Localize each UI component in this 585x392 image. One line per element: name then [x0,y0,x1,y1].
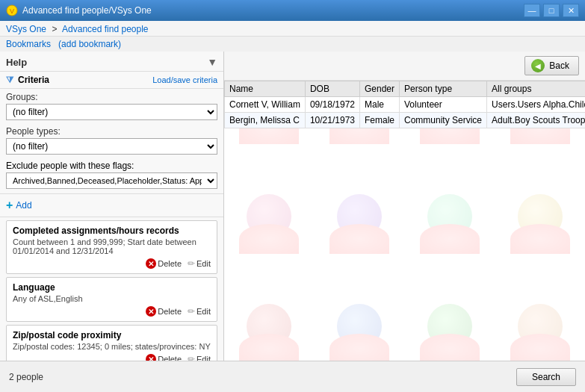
groups-filter-group: Groups: (no filter) [0,89,223,123]
app-icon: V [6,4,18,16]
delete-criteria-button-1[interactable]: ✕ Delete [146,306,182,317]
table-row[interactable]: Cornett V, William09/18/1972MaleVoluntee… [225,97,586,113]
help-label: Help [6,57,27,68]
criteria-card-title-2: Zip/postal code proximity [13,330,211,340]
add-plus-icon: + [6,199,13,212]
edit-criteria-button-1[interactable]: ✏ Edit [188,306,211,317]
delete-criteria-button-0[interactable]: ✕ Delete [146,258,182,269]
criteria-section: ⧩ Criteria Load/save criteria [0,72,223,89]
people-types-filter-group: People types: (no filter) [0,123,223,158]
table-cell-0-3: Volunteer [400,97,487,113]
exclude-filter-select[interactable]: Archived,Banned,Deceased,Placeholder,Sta… [6,172,217,189]
edit-icon-1: ✏ [188,306,195,317]
table-header-row: NameDOBGenderPerson typeAll groups [225,81,586,97]
window-controls: — □ ✕ [524,4,579,17]
add-criteria-button[interactable]: + Add [6,199,32,212]
table-header-1[interactable]: DOB [305,81,359,97]
bookmarks-bar: Bookmarks (add bookmark) [0,37,585,52]
exclude-filter-label: Exclude people with these flags: [6,161,217,171]
svg-text:V: V [10,7,14,15]
bookmarks-link[interactable]: Bookmarks [6,39,51,49]
main-area: Help ▼ ⧩ Criteria Load/save criteria Gro… [0,52,585,381]
edit-label-0: Edit [196,259,211,268]
delete-icon-1: ✕ [146,306,156,317]
maximize-button[interactable]: □ [543,4,560,17]
table-cell-0-0: Cornett V, William [225,97,306,113]
criteria-card-desc-2: Zip/postal codes: 12345; 0 miles; states… [13,342,211,351]
delete-label-1: Delete [158,307,182,316]
table-header-0[interactable]: Name [225,81,306,97]
table-cell-1-3: Community Service [400,113,487,128]
groups-filter-label: Groups: [6,92,217,102]
criteria-label: ⧩ Criteria [6,75,49,85]
add-section: + Add [0,194,223,217]
add-bookmark-link[interactable]: (add bookmark) [58,39,121,49]
minimize-button[interactable]: — [524,4,540,17]
table-header-2[interactable]: Gender [359,81,399,97]
people-types-filter-select[interactable]: (no filter) [6,138,217,155]
add-label: Add [16,200,31,211]
table-cell-1-2: Female [359,113,399,128]
back-icon: ◀ [531,59,545,72]
people-types-filter-label: People types: [6,126,217,137]
help-section: Help ▼ [0,52,223,72]
results-table: NameDOBGenderPerson typeAll groups Corne… [224,81,585,128]
table-header-4[interactable]: All groups [487,81,585,97]
criteria-cards-container: Completed assignments/hours records Coun… [0,217,223,373]
edit-criteria-button-0[interactable]: ✏ Edit [188,258,211,269]
back-label: Back [549,60,569,71]
bottom-bar: 2 people Search [0,361,585,392]
window-title: Advanced find people/VSys One [22,5,524,16]
criteria-card-1: Language Any of ASL,English ✕ Delete ✏ E… [6,277,217,322]
load-save-link[interactable]: Load/save criteria [152,75,217,84]
delete-label-0: Delete [158,259,182,268]
table-header-3[interactable]: Person type [400,81,487,97]
delete-icon-0: ✕ [146,258,156,269]
top-bar-right: ◀ Back [224,52,585,81]
exclude-filter-group: Exclude people with these flags: Archive… [0,158,223,194]
advanced-find-link[interactable]: Advanced find people [62,24,148,34]
table-body: Cornett V, William09/18/1972MaleVoluntee… [225,97,586,128]
table-cell-0-2: Male [359,97,399,113]
table-cell-1-4: Adult.Boy Scouts Troop 10... [487,113,585,128]
right-panel: ◀ Back NameDOBGenderPerson typeAll group… [224,52,585,381]
criteria-text: Criteria [18,75,49,85]
help-collapse-icon[interactable]: ▼ [207,56,217,68]
funnel-icon: ⧩ [6,75,13,85]
criteria-card-title-0: Completed assignments/hours records [13,225,211,236]
table-cell-1-1: 10/21/1973 [305,113,359,128]
breadcrumb-separator: > [52,24,57,34]
left-panel: Help ▼ ⧩ Criteria Load/save criteria Gro… [0,52,224,381]
edit-label-1: Edit [196,307,211,316]
criteria-card-0: Completed assignments/hours records Coun… [6,220,217,274]
criteria-card-desc-1: Any of ASL,English [13,294,211,303]
table-cell-0-4: Users.Users Alpha.Child Gr... [487,97,585,113]
groups-filter-select[interactable]: (no filter) [6,104,217,120]
edit-icon-0: ✏ [188,258,195,269]
people-count: 2 people [9,372,43,382]
criteria-card-desc-0: Count between 1 and 999,999; Start date … [13,237,211,255]
close-button[interactable]: ✕ [563,4,579,17]
table-row[interactable]: Bergin, Melissa C10/21/1973FemaleCommuni… [225,113,586,128]
criteria-card-title-1: Language [13,282,211,293]
criteria-card-actions-1: ✕ Delete ✏ Edit [13,306,211,317]
title-bar: V Advanced find people/VSys One — □ ✕ [0,0,585,21]
search-button[interactable]: Search [516,368,576,386]
results-table-container: NameDOBGenderPerson typeAll groups Corne… [224,81,585,128]
vsys-one-link[interactable]: VSys One [6,24,46,34]
nav-bar: VSys One > Advanced find people [0,21,585,37]
table-cell-1-0: Bergin, Melissa C [225,113,306,128]
breadcrumb: VSys One > Advanced find people [6,24,579,34]
table-cell-0-1: 09/18/1972 [305,97,359,113]
back-button[interactable]: ◀ Back [524,56,579,75]
criteria-card-actions-0: ✕ Delete ✏ Edit [13,258,211,269]
